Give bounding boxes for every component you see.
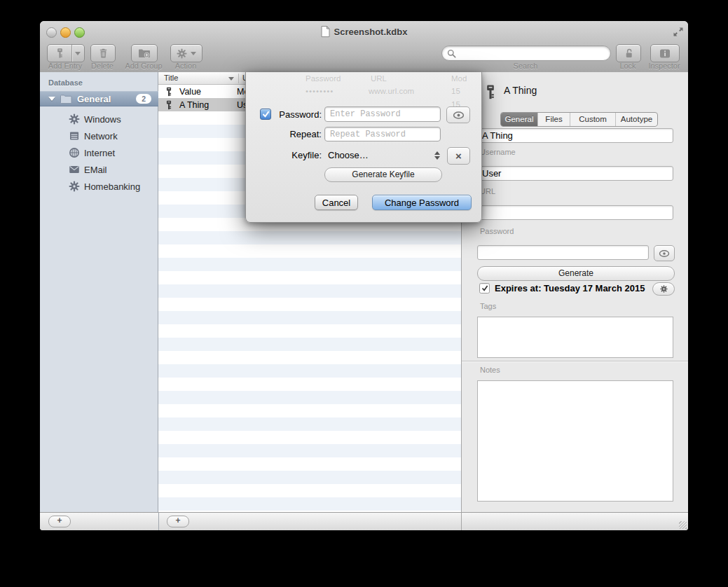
add-group-label: Add Group (123, 62, 165, 70)
clear-keyfile-button[interactable]: × (447, 147, 470, 165)
sidebar-item-email[interactable]: EMail (40, 161, 158, 178)
column-divider[interactable] (238, 74, 239, 83)
check-icon (481, 285, 488, 291)
sheet-repeat-label: Repeat: (260, 129, 322, 139)
sidebar-item-label: EMail (84, 165, 107, 175)
search-label: Search (441, 62, 610, 70)
sort-descending-icon (228, 77, 234, 81)
expires-row: Expires at: Tuesday 17 March 2015 (479, 283, 645, 294)
reveal-password-button[interactable] (654, 245, 675, 261)
search-input[interactable] (456, 47, 610, 60)
change-password-sheet: Password URL Mod •••••••• www.url.com 15… (245, 72, 482, 223)
tab-custom[interactable]: Custom (570, 113, 615, 126)
window-title: Screenshot.kdbx (334, 27, 408, 37)
search-icon (447, 49, 456, 58)
notes-field[interactable] (477, 380, 673, 502)
inspector-panel: A Thing General Files Custom Autotype Us… (461, 72, 688, 512)
gear-icon (69, 181, 80, 192)
sidebar-section-header: Database (48, 78, 83, 87)
cancel-button[interactable]: Cancel (315, 195, 358, 210)
ghost-column-password: Password (305, 74, 341, 83)
inspector-entry-title: A Thing (504, 85, 537, 96)
action-button[interactable] (170, 44, 202, 62)
lock-open-icon (624, 48, 634, 59)
keyfile-popup[interactable]: Choose… (328, 147, 440, 163)
add-entry-button[interactable] (47, 44, 85, 62)
url-label: URL (480, 187, 495, 195)
tags-label: Tags (480, 302, 496, 310)
sidebar-item-windows[interactable]: Windows (40, 111, 158, 127)
sidebar-item-homebanking[interactable]: Homebanking (40, 178, 158, 195)
app-window: Screenshot.kdbx Add Entry Delete (40, 21, 688, 530)
sidebar-item-label: Homebanking (84, 181, 140, 192)
inspector-tabs: General Files Custom Autotype (500, 112, 658, 127)
ghost-modified-value: 15 (451, 87, 460, 95)
url-field[interactable] (477, 205, 673, 220)
tab-general[interactable]: General (501, 113, 537, 126)
resize-grip[interactable] (679, 521, 687, 529)
sheet-repeat-input[interactable] (324, 127, 441, 141)
add-entry-label: Add Entry (47, 62, 83, 70)
tab-autotype[interactable]: Autotype (615, 113, 657, 126)
add-group-footer-button[interactable]: + (48, 516, 71, 527)
username-field[interactable] (477, 166, 673, 181)
folder-icon (60, 95, 72, 104)
ghost-column-modified: Mod (451, 74, 467, 83)
tab-files[interactable]: Files (537, 113, 570, 126)
group-count-badge: 2 (136, 94, 151, 104)
envelope-icon (69, 164, 80, 175)
eye-icon (453, 111, 465, 120)
ghost-password-dots: •••••••• (305, 87, 334, 95)
ghost-column-url: URL (371, 74, 387, 83)
delete-button[interactable] (90, 44, 116, 62)
entry-title: A Thing (179, 100, 237, 110)
key-icon (483, 79, 498, 105)
action-label: Action (170, 62, 201, 70)
inspector-footer (461, 512, 688, 530)
window-chrome: Screenshot.kdbx Add Entry Delete (40, 21, 688, 73)
sidebar-group-general[interactable]: General 2 (40, 91, 158, 106)
popup-stepper-icon (434, 151, 440, 160)
key-icon (164, 100, 174, 110)
sheet-reveal-password-button[interactable] (446, 106, 470, 123)
trash-icon (98, 48, 109, 59)
gear-icon (177, 48, 187, 59)
sidebar-item-network[interactable]: Network (40, 127, 158, 144)
expires-settings-button[interactable] (652, 282, 675, 296)
sidebar-group-label: General (77, 94, 111, 104)
key-icon (164, 87, 174, 97)
keyfile-popup-value: Choose… (328, 150, 369, 160)
gear-icon (660, 285, 668, 293)
password-label: Password (480, 227, 514, 235)
title-field[interactable] (477, 128, 673, 143)
column-header-title[interactable]: Title (164, 74, 178, 82)
sidebar-item-label: Internet (84, 148, 115, 158)
expires-label: Expires at: Tuesday 17 March 2015 (495, 283, 645, 294)
lock-label: Lock (607, 62, 648, 70)
tags-field[interactable] (477, 317, 673, 358)
gear-icon (69, 113, 80, 125)
sidebar-item-internet[interactable]: Internet (40, 144, 158, 161)
generate-password-button[interactable]: Generate (477, 266, 675, 281)
search-field[interactable] (441, 46, 611, 61)
password-field[interactable] (477, 245, 649, 260)
add-group-button[interactable] (131, 44, 158, 62)
chevron-down-icon (191, 52, 196, 55)
folder-plus-icon (138, 48, 151, 59)
entry-title: Value (179, 87, 237, 97)
inspector-label: Inspector (643, 62, 685, 70)
add-entry-footer-button[interactable]: + (167, 516, 189, 527)
generate-keyfile-button[interactable]: Generate Keyfile (324, 167, 442, 182)
document-icon (321, 26, 330, 37)
sheet-password-input[interactable] (324, 106, 441, 122)
chevron-down-icon[interactable] (72, 52, 84, 55)
expires-checkbox[interactable] (479, 283, 490, 294)
key-icon (48, 48, 71, 59)
change-password-button[interactable]: Change Password (372, 195, 472, 210)
fullscreen-icon[interactable] (673, 27, 684, 37)
entry-list-footer (158, 512, 461, 530)
inspector-button[interactable] (650, 44, 680, 62)
disclosure-triangle-icon[interactable] (48, 97, 55, 101)
lock-button[interactable] (616, 44, 641, 62)
section-divider (462, 361, 688, 361)
